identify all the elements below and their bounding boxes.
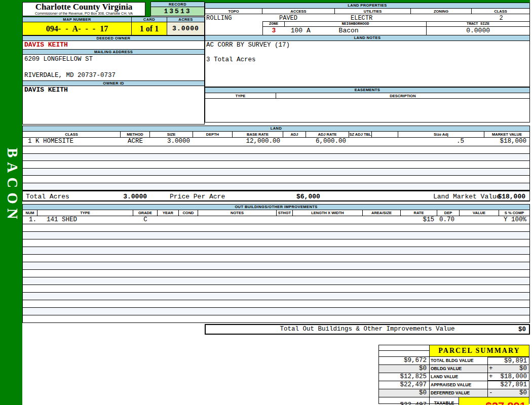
tract-size-label: TRACT SIZE: [426, 22, 529, 26]
empty-row: [23, 160, 529, 168]
cell-method: ACRE: [121, 138, 150, 146]
land-properties-section: LAND PROPERTIES TOPO ACCESS UTILITIES ZO…: [205, 3, 530, 35]
summary-row-taxable: $22,497 TAXABLE VALUE $27,891: [379, 397, 529, 405]
col-method: METHOD: [121, 132, 150, 137]
land-table-title: LAND: [23, 126, 529, 132]
empty-row: [23, 247, 529, 254]
col-notes: NOTES: [198, 210, 277, 216]
col-blank: [372, 132, 398, 137]
cell-s-comp: Y 100%: [499, 216, 529, 224]
zone-label: ZONE: [263, 22, 285, 26]
cell-length-x-width: [293, 216, 363, 224]
total-acres-label: Total Acres: [26, 192, 69, 201]
land-properties-headers: TOPO ACCESS UTILITIES ZONING CLASS: [205, 9, 529, 14]
col-dep: DEP: [437, 210, 460, 216]
land-totals-row: Total Acres 3.0000 Price Per Acre $6,000…: [22, 190, 530, 201]
parcel-summary-title: PARCEL SUMMARY: [430, 345, 529, 356]
record-value: 13513: [150, 7, 205, 16]
empty-row: [23, 277, 529, 285]
summary-row-deferred: $0 DEFERRED VALUE - $0: [379, 389, 529, 397]
address-line-2: RIVERDALE, MD 20737-0737: [24, 63, 204, 79]
land-note-line: 3 Total Acres: [206, 49, 529, 63]
taxable-value-label: TAXABLE VALUE: [430, 397, 459, 405]
out-buildings-total-row: Total Out Buildings & Other Improvements…: [205, 324, 530, 335]
row-sign: [488, 380, 495, 389]
current-value: $0: [495, 389, 529, 397]
out-buildings-headers: NUM TYPE GRADE YEAR COND NOTES STHGT LEN…: [23, 210, 529, 216]
current-value: $27,891: [495, 380, 529, 389]
current-value: $18,000: [495, 373, 529, 381]
parcel-summary: PARCEL SUMMARY $9,672 TOTAL BLDG VALUE $…: [378, 345, 529, 404]
parcel-summary-prior-column-header: [379, 345, 430, 356]
cell-market-value: $18,000: [484, 138, 529, 146]
cell-type: 141 SHED: [37, 216, 133, 224]
land-notes-title: LAND NOTES: [205, 35, 529, 41]
owner-section: DEEDED OWNER DAVIS KEITH MAILING ADDRESS…: [22, 35, 205, 125]
map-number-column: MAP NUMBER 094- - A- - - 17: [22, 17, 132, 35]
access-label: ACCESS: [262, 9, 335, 14]
empty-row: [23, 292, 529, 300]
col-adj-rate: ADJ RATE: [306, 132, 349, 137]
neighborhood-sidebar-label: BACON: [4, 148, 21, 224]
col-length-x-width: LENGTH X WIDTH: [293, 210, 363, 216]
price-per-acre-value: $6,000: [296, 192, 320, 201]
address-line-1: 6209 LONGFELLOW ST: [24, 55, 204, 63]
current-value: $0: [495, 365, 529, 373]
easement-type-label: TYPE: [205, 93, 276, 98]
neighborhood-label: NEIGHBORHOOD: [285, 22, 426, 26]
empty-row: [23, 183, 529, 190]
land-table-empty-rows: [23, 146, 529, 190]
county-title: Charlotte County Virginia: [23, 3, 145, 12]
row-label: APPRAISED VALUE: [430, 381, 488, 389]
map-number-value: 094- - A- - - 17: [22, 22, 132, 35]
cell-year: [158, 216, 179, 224]
neighborhood-name: Bacon: [339, 27, 359, 34]
summary-row-land-value: $12,825 LAND VALUE + $18,000: [379, 373, 529, 381]
out-buildings-title: OUT BUILDINGS/OTHER IMPROVEMENTS: [23, 205, 529, 210]
land-properties-title: LAND PROPERTIES: [205, 3, 529, 9]
cell-grade: C: [133, 216, 158, 224]
col-market-value: MARKET VALUE: [484, 132, 529, 137]
land-note-line: AC CORR BY SURVEY (17): [206, 42, 529, 49]
col-year: YEAR: [158, 210, 179, 216]
row-sign: -: [488, 389, 495, 397]
sidebar: BACON: [0, 0, 22, 405]
acres-label: ACRES: [167, 17, 205, 22]
parcel-summary-header: PARCEL SUMMARY: [379, 345, 529, 356]
col-cond: COND: [179, 210, 198, 216]
acres-value: 3.0000: [167, 22, 205, 35]
land-table: LAND CLASS METHOD SIZE DEPTH BASE RATE A…: [22, 126, 530, 190]
utilities-label: UTILITIES: [335, 9, 411, 14]
zone-neighborhood-subtable: ZONE NEIGHBORHOOD TRACT SIZE 3 100 A Bac…: [262, 21, 529, 35]
summary-row-obldg: $0 OBLDG VALUE + $0: [379, 364, 529, 373]
cell-depth: [193, 138, 233, 146]
cell-rate: $15: [401, 216, 437, 224]
map-number-label: MAP NUMBER: [22, 17, 132, 22]
deeded-owner-label: DEEDED OWNER: [23, 35, 204, 41]
land-table-row: 1 K HOMESITE ACRE 3.0000 12,000.00 6,000…: [23, 138, 529, 146]
col-area-size: AREA/SIZE: [363, 210, 401, 216]
empty-row: [23, 307, 529, 315]
card-column: CARD 1 of 1: [132, 17, 167, 35]
cell-area-size: [363, 216, 401, 224]
easements-headers: TYPE DESCRIPTION: [205, 93, 529, 99]
land-market-value: $18,000: [498, 192, 525, 201]
county-title-box: Charlotte County Virginia Commissioner o…: [22, 2, 145, 16]
out-buildings-total-value: $0: [518, 326, 526, 334]
col-sz-adj-tbl: SZ ADJ TBL: [349, 132, 372, 137]
cell-cond: [179, 216, 198, 224]
prior-value: $12,825: [379, 373, 430, 381]
current-value: $9,891: [495, 356, 529, 364]
cell-sthgt: [277, 216, 293, 224]
out-buildings-empty-rows: [23, 224, 529, 322]
cell-size: 3.0000: [150, 138, 193, 146]
col-sthgt: STHGT: [277, 210, 293, 216]
cell-notes: [198, 216, 277, 224]
prior-value: $22,497: [379, 381, 430, 389]
land-notes-section: LAND NOTES AC CORR BY SURVEY (17) 3 Tota…: [205, 35, 530, 87]
empty-row: [23, 146, 529, 153]
empty-row: [23, 239, 529, 247]
empty-row: [23, 269, 529, 277]
empty-row: [23, 285, 529, 292]
mailing-address-value: 6209 LONGFELLOW ST RIVERDALE, MD 20737-0…: [23, 55, 204, 80]
